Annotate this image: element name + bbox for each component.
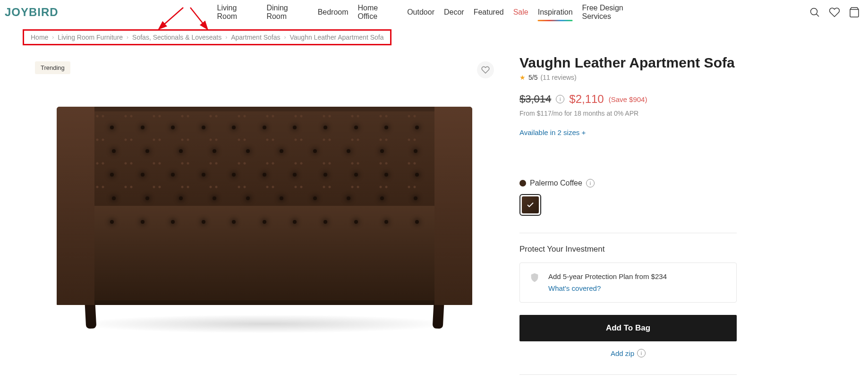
- nav-sale[interactable]: Sale: [513, 6, 528, 18]
- shield-icon: [529, 272, 540, 283]
- nav-featured[interactable]: Featured: [474, 6, 504, 18]
- nav-design-services[interactable]: Free Design Services: [582, 2, 651, 23]
- protection-plan-box[interactable]: Add 5-year Protection Plan from $234 Wha…: [519, 262, 737, 303]
- nav-decor[interactable]: Decor: [444, 6, 464, 18]
- svg-line-1: [817, 14, 819, 17]
- search-icon[interactable]: [808, 6, 821, 18]
- rating-row[interactable]: ★ 5/5 (11 reviews): [519, 74, 737, 81]
- info-icon: i: [637, 349, 646, 357]
- color-swatch-selected[interactable]: [519, 194, 541, 216]
- review-count: (11 reviews): [540, 74, 576, 81]
- divider: [519, 233, 737, 233]
- nav-outdoor[interactable]: Outdoor: [407, 6, 434, 18]
- product-details: Vaughn Leather Apartment Sofa ★ 5/5 (11 …: [519, 55, 737, 381]
- nav-inspiration[interactable]: Inspiration: [538, 6, 573, 18]
- protection-plan-text: Add 5-year Protection Plan from $234: [548, 272, 667, 280]
- breadcrumb-current: Vaughn Leather Apartment Sofa: [289, 34, 383, 41]
- color-name: Palermo Coffee: [530, 179, 582, 187]
- breadcrumb: Home › Living Room Furniture › Sofas, Se…: [23, 29, 391, 45]
- financing-text: From $117/mo for 18 months at 0% APR: [519, 110, 737, 117]
- add-zip-link[interactable]: Add zip i: [519, 349, 737, 357]
- savings-amount: (Save $904): [609, 95, 647, 103]
- chevron-right-icon: ›: [225, 34, 227, 41]
- main-nav: Living Room Dining Room Bedroom Home Off…: [217, 2, 651, 23]
- breadcrumb-sofas[interactable]: Sofas, Sectionals & Loveseats: [132, 34, 221, 41]
- product-image: [57, 107, 472, 329]
- info-icon[interactable]: i: [556, 95, 564, 103]
- breadcrumb-apartment-sofas[interactable]: Apartment Sofas: [231, 34, 280, 41]
- bag-icon[interactable]: [848, 6, 860, 18]
- chevron-right-icon: ›: [52, 34, 54, 41]
- wishlist-icon[interactable]: [828, 6, 841, 18]
- breadcrumb-living-room[interactable]: Living Room Furniture: [58, 34, 123, 41]
- chevron-right-icon: ›: [127, 34, 128, 41]
- product-title: Vaughn Leather Apartment Sofa: [519, 55, 737, 71]
- chevron-right-icon: ›: [284, 34, 286, 41]
- star-icon: ★: [519, 74, 526, 81]
- nav-living-room[interactable]: Living Room: [217, 2, 257, 23]
- color-dot: [519, 180, 526, 186]
- info-icon[interactable]: i: [586, 179, 595, 187]
- protection-coverage-link[interactable]: What's covered?: [548, 283, 667, 294]
- favorite-button[interactable]: [477, 61, 494, 78]
- sale-price: $2,110: [569, 93, 604, 106]
- brand-logo[interactable]: JOYBIRD: [5, 6, 59, 19]
- product-gallery: Trending: [28, 55, 501, 347]
- breadcrumb-home[interactable]: Home: [31, 34, 48, 41]
- protection-heading: Protect Your Investment: [519, 245, 737, 254]
- sizes-link[interactable]: Available in 2 sizes +: [519, 128, 586, 136]
- divider: [519, 374, 737, 375]
- nav-dining-room[interactable]: Dining Room: [266, 2, 308, 23]
- trending-badge: Trending: [35, 61, 70, 74]
- nav-bedroom[interactable]: Bedroom: [318, 6, 349, 18]
- svg-point-0: [811, 8, 817, 15]
- nav-home-office[interactable]: Home Office: [358, 2, 398, 23]
- add-to-bag-button[interactable]: Add To Bag: [519, 315, 737, 341]
- rating-value: 5/5: [528, 74, 537, 81]
- original-price: $3,014: [519, 93, 551, 105]
